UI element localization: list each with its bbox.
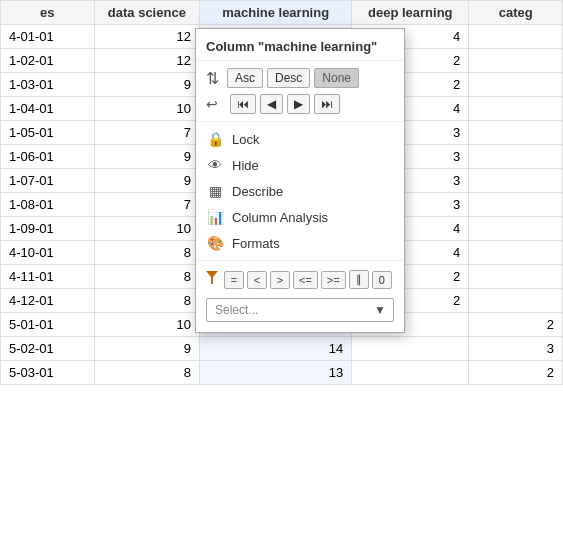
menu-item-column-analysis[interactable]: 📊 Column Analysis	[196, 204, 404, 230]
cell-category: 2	[469, 313, 563, 337]
cell-data-science: 10	[94, 217, 199, 241]
cell-date: 1-02-01	[1, 49, 95, 73]
cell-data-science: 7	[94, 193, 199, 217]
cell-category	[469, 121, 563, 145]
select-row: Select... ▼	[196, 294, 404, 326]
cell-category: 3	[469, 337, 563, 361]
cell-date: 4-10-01	[1, 241, 95, 265]
cell-date: 4-01-01	[1, 25, 95, 49]
col-header-category[interactable]: categ	[469, 1, 563, 25]
sort-asc-button[interactable]: Asc	[227, 68, 263, 88]
divider-1	[196, 121, 404, 122]
menu-item-describe[interactable]: ▦ Describe	[196, 178, 404, 204]
cell-machine-learning: 14	[200, 337, 352, 361]
cell-data-science: 9	[94, 145, 199, 169]
cell-deep-learning	[352, 361, 469, 385]
cell-category	[469, 25, 563, 49]
lock-icon: 🔒	[206, 131, 224, 147]
cell-category	[469, 73, 563, 97]
menu-describe-label: Describe	[232, 184, 283, 199]
select-wrapper: Select... ▼	[206, 298, 394, 322]
nav-icon: ↩	[206, 96, 222, 112]
cell-data-science: 7	[94, 121, 199, 145]
cell-date: 5-02-01	[1, 337, 95, 361]
sort-none-button[interactable]: None	[314, 68, 359, 88]
chart-icon: 📊	[206, 209, 224, 225]
cell-data-science: 8	[94, 361, 199, 385]
cell-date: 1-09-01	[1, 217, 95, 241]
cell-category	[469, 49, 563, 73]
formats-icon: 🎨	[206, 235, 224, 251]
menu-item-formats[interactable]: 🎨 Formats	[196, 230, 404, 256]
sort-row: ⇅ Asc Desc None	[196, 65, 404, 91]
filter-gt-button[interactable]: >	[270, 271, 290, 289]
cell-deep-learning	[352, 337, 469, 361]
cell-category	[469, 169, 563, 193]
filter-lte-button[interactable]: <=	[293, 271, 318, 289]
svg-marker-0	[206, 271, 218, 284]
cell-data-science: 9	[94, 169, 199, 193]
table-row: 5-02-019143	[1, 337, 563, 361]
filter-lt-button[interactable]: <	[247, 271, 267, 289]
table-wrapper: es data science machine learning deep le…	[0, 0, 563, 385]
cell-date: 1-08-01	[1, 193, 95, 217]
cell-date: 5-01-01	[1, 313, 95, 337]
nav-first-button[interactable]: ⏮	[230, 94, 256, 114]
filter-gte-button[interactable]: >=	[321, 271, 346, 289]
cell-date: 1-03-01	[1, 73, 95, 97]
cell-date: 4-12-01	[1, 289, 95, 313]
cell-date: 1-05-01	[1, 121, 95, 145]
cell-date: 4-11-01	[1, 265, 95, 289]
col-header-dates[interactable]: es	[1, 1, 95, 25]
nav-next-button[interactable]: ▶	[287, 94, 310, 114]
cell-category	[469, 97, 563, 121]
cell-machine-learning: 13	[200, 361, 352, 385]
col-header-machine-learning[interactable]: machine learning	[200, 1, 352, 25]
filter-eq-button[interactable]: =	[224, 271, 244, 289]
col-header-deep-learning[interactable]: deep learning	[352, 1, 469, 25]
cell-data-science: 8	[94, 265, 199, 289]
cell-data-science: 8	[94, 241, 199, 265]
popup-title: Column "machine learning"	[196, 35, 404, 61]
filter-zero-button[interactable]: 0	[372, 271, 392, 289]
cell-data-science: 10	[94, 313, 199, 337]
cell-category	[469, 289, 563, 313]
sort-desc-button[interactable]: Desc	[267, 68, 310, 88]
cell-date: 5-03-01	[1, 361, 95, 385]
cell-date: 1-06-01	[1, 145, 95, 169]
filter-icon	[206, 271, 218, 288]
cell-date: 1-07-01	[1, 169, 95, 193]
nav-prev-button[interactable]: ◀	[260, 94, 283, 114]
cell-data-science: 9	[94, 73, 199, 97]
menu-formats-label: Formats	[232, 236, 280, 251]
sort-icon: ⇅	[206, 69, 219, 88]
filter-null-button[interactable]: ∥	[349, 270, 369, 289]
menu-item-lock[interactable]: 🔒 Lock	[196, 126, 404, 152]
menu-item-hide[interactable]: 👁 Hide	[196, 152, 404, 178]
cell-data-science: 8	[94, 289, 199, 313]
cell-category	[469, 193, 563, 217]
cell-category	[469, 145, 563, 169]
filter-select[interactable]: Select...	[206, 298, 394, 322]
describe-icon: ▦	[206, 183, 224, 199]
cell-date: 1-04-01	[1, 97, 95, 121]
filter-row: = < > <= >= ∥ 0	[196, 265, 404, 294]
hide-icon: 👁	[206, 157, 224, 173]
cell-data-science: 9	[94, 337, 199, 361]
cell-category	[469, 241, 563, 265]
divider-2	[196, 260, 404, 261]
menu-analysis-label: Column Analysis	[232, 210, 328, 225]
column-context-menu: Column "machine learning" ⇅ Asc Desc Non…	[195, 28, 405, 333]
cell-category	[469, 265, 563, 289]
cell-data-science: 12	[94, 25, 199, 49]
nav-last-button[interactable]: ⏭	[314, 94, 340, 114]
cell-category	[469, 217, 563, 241]
cell-data-science: 12	[94, 49, 199, 73]
menu-lock-label: Lock	[232, 132, 259, 147]
col-header-data-science[interactable]: data science	[94, 1, 199, 25]
cell-category: 2	[469, 361, 563, 385]
table-row: 5-03-018132	[1, 361, 563, 385]
cell-data-science: 10	[94, 97, 199, 121]
nav-row: ↩ ⏮ ◀ ▶ ⏭	[196, 91, 404, 117]
menu-hide-label: Hide	[232, 158, 259, 173]
